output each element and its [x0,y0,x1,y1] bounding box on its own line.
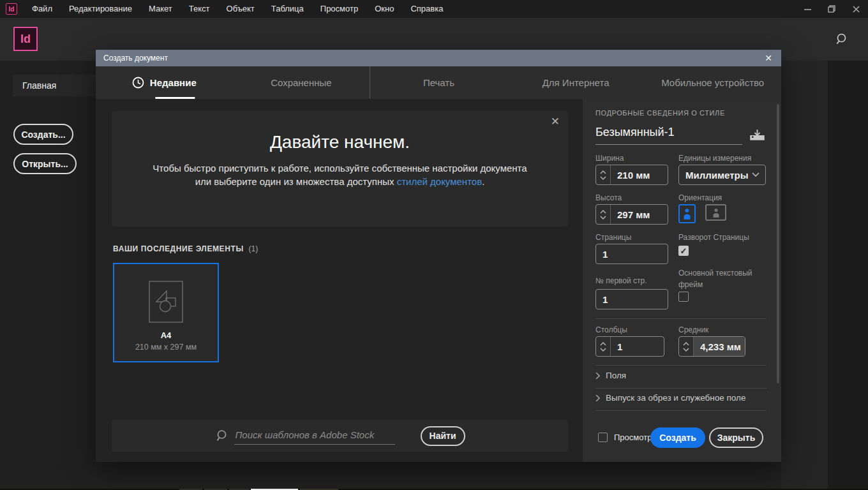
menu-view[interactable]: Просмотр [312,0,366,18]
facing-pages-label: Разворот Страницы [678,233,749,242]
recent-items-count: (1) [249,244,258,253]
section-margins[interactable]: Поля [595,371,626,380]
dialog-footer: Просмотр Создать Закрыть [583,427,781,448]
welcome-title: Давайте начнем. [112,132,568,152]
details-header: ПОДРОБНЫЕ СВЕДЕНИЯ О СТИЛЕ [595,109,725,117]
background-panel-light [781,61,828,489]
gutter-label: Средник [678,325,708,334]
background-panel-dark [828,61,868,489]
preset-dimensions: 210 мм x 297 мм [114,343,218,352]
sidebar-item-home[interactable]: Главная [13,75,99,96]
tab-recent[interactable]: Недавние [96,66,233,99]
preset-details-panel: ПОДРОБНЫЕ СВЕДЕНИЯ О СТИЛЕ Безымянный-1 … [583,99,781,462]
dialog-tab-bar: Недавние Сохраненные Печать Для Интернет… [96,66,781,99]
height-field[interactable]: 297 мм [595,204,668,225]
menu-help[interactable]: Справка [402,0,451,18]
menu-bar: Id Файл Редактирование Макет Текст Объек… [0,0,868,18]
tab-print[interactable]: Печать [370,66,507,99]
menu-file[interactable]: Файл [24,0,61,18]
create-button[interactable]: Создать [650,427,705,448]
menu-edit[interactable]: Редактирование [61,0,140,18]
dialog-main-area: ✕ Давайте начнем. Чтобы быстро приступит… [96,99,583,462]
columns-label: Столбцы [595,325,627,334]
columns-field[interactable]: 1 [595,336,664,357]
tab-saved[interactable]: Сохраненные [233,66,370,99]
scrollbar-thumb[interactable] [777,104,779,383]
dialog-close-icon[interactable]: ✕ [762,53,775,63]
create-document-dialog: Создать документ ✕ Недавние Сохраненные … [96,50,781,462]
chevron-down-icon [752,172,760,177]
preview-checkbox[interactable] [598,433,608,442]
width-field[interactable]: 210 мм [595,165,668,185]
menu-table[interactable]: Таблица [263,0,312,18]
menu-type[interactable]: Текст [181,0,218,18]
width-label: Ширина [595,154,624,163]
orientation-landscape-icon[interactable] [705,204,726,221]
menu-layout[interactable]: Макет [140,0,181,18]
document-preset-icon [149,281,183,323]
close-icon[interactable] [844,0,868,18]
primary-text-frame-label: Основной текстовый фрейм [678,267,768,290]
welcome-panel: ✕ Давайте начнем. Чтобы быстро приступит… [112,111,568,226]
indesign-logo-icon: Id [6,3,17,15]
pages-field[interactable]: 1 [595,244,668,264]
minimize-icon[interactable] [795,0,819,18]
units-select[interactable]: Миллиметры [678,165,766,185]
recent-items-header: ВАШИ ПОСЛЕДНИЕ ЭЛЕМЕНТЫ (1) [113,244,258,253]
welcome-text: Чтобы быстро приступить к работе, исполь… [146,161,535,189]
orientation-label: Ориентация [678,193,722,202]
open-button[interactable]: Открыть... [13,153,77,174]
document-name-input[interactable]: Безымянный-1 [595,126,742,145]
units-label: Единицы измерения [678,154,751,163]
welcome-close-icon[interactable]: ✕ [551,115,560,128]
divider [595,365,767,366]
section-bleed-slug[interactable]: Выпуск за обрез и служебное поле [595,393,745,403]
preset-name: A4 [114,330,218,340]
document-presets-link[interactable]: стилей документов [397,176,483,187]
stock-search-bar: Найти [112,420,568,452]
chevron-right-icon [595,372,600,380]
gutter-field[interactable]: 4,233 мм [678,336,745,357]
dialog-title-bar: Создать документ ✕ [96,50,781,66]
tab-web[interactable]: Для Интернета [507,66,645,99]
chevron-right-icon [595,394,600,402]
divider [595,410,767,411]
height-stepper[interactable] [596,205,611,224]
orientation-portrait-icon[interactable] [678,204,696,223]
indesign-app-logo: Id [13,27,38,51]
menu-window[interactable]: Окно [366,0,402,18]
facing-pages-checkbox[interactable]: ✓ [678,246,689,256]
find-button[interactable]: Найти [421,426,465,446]
height-label: Высота [595,193,622,202]
preview-label: Просмотр [614,433,652,442]
save-preset-icon[interactable] [750,129,765,141]
window-controls [795,0,868,18]
menu-object[interactable]: Объект [218,0,263,18]
dialog-title: Создать документ [103,54,168,63]
search-icon [215,429,228,443]
close-button[interactable]: Закрыть [709,427,763,448]
divider [595,318,767,319]
start-page-label: № первой стр. [595,276,647,285]
clock-icon [132,77,144,89]
pages-label: Страницы [595,233,631,242]
width-stepper[interactable] [596,165,611,184]
stock-search-input[interactable] [234,427,395,445]
start-page-field[interactable]: 1 [595,289,668,309]
search-icon[interactable] [835,33,849,47]
recent-preset-a4[interactable]: A4 210 мм x 297 мм [113,263,219,362]
primary-text-frame-checkbox[interactable] [678,292,689,302]
tab-mobile[interactable]: Мобильное устройство [644,66,781,99]
divider [595,388,767,389]
create-new-button[interactable]: Создать... [13,124,73,145]
columns-stepper[interactable] [596,337,611,356]
gutter-stepper[interactable] [679,337,694,356]
restore-icon[interactable] [819,0,844,18]
